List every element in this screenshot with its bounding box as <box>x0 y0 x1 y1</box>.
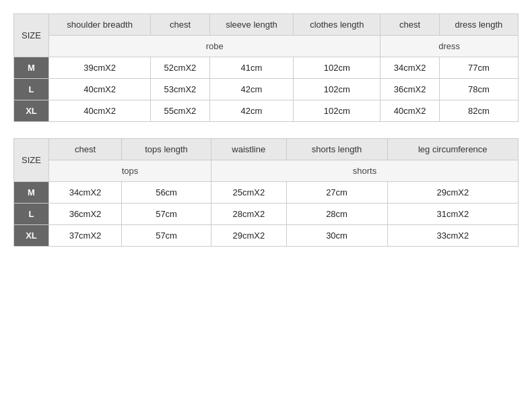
t1-m-sleeve-length: 41cm <box>209 57 293 79</box>
size2-m: M <box>14 182 49 204</box>
category-tops: tops <box>49 160 211 182</box>
t1-l-dress-length: 78cm <box>439 79 518 100</box>
size-header-2: SIZE <box>14 139 49 182</box>
t2-m-shorts-length: 27cm <box>286 182 387 204</box>
t2-m-leg-circumference: 29cmX2 <box>387 182 518 204</box>
table2-header-row: SIZE chest tops length waistline shorts … <box>14 139 519 160</box>
table-tops-shorts: SIZE chest tops length waistline shorts … <box>13 138 519 247</box>
t1-m-clothes-length: 102cm <box>294 57 380 79</box>
header-leg-circumference: leg circumference <box>387 139 518 160</box>
table1-row-m: M 39cmX2 52cmX2 41cm 102cm 34cmX2 77cm <box>14 57 519 79</box>
t1-xl-sleeve-length: 42cm <box>209 100 293 122</box>
t2-l-tops-length: 57cm <box>122 204 211 225</box>
header-dress-length: dress length <box>439 14 518 36</box>
header-tops-length: tops length <box>122 139 211 160</box>
t1-xl-dress-length: 82cm <box>439 100 518 122</box>
t2-xl-shorts-length: 30cm <box>286 225 387 247</box>
header-clothes-length: clothes length <box>294 14 380 36</box>
header-shoulder-breadth: shoulder breadth <box>49 14 151 36</box>
t1-xl-shoulder-breadth: 40cmX2 <box>49 100 151 122</box>
t1-xl-clothes-length: 102cm <box>294 100 380 122</box>
t1-l-sleeve-length: 42cm <box>209 79 293 100</box>
t1-xl-chest2: 40cmX2 <box>380 100 440 122</box>
category-dress: dress <box>380 36 519 57</box>
category-robe: robe <box>49 36 380 57</box>
category-shorts: shorts <box>211 160 519 182</box>
t2-m-waistline: 25cmX2 <box>211 182 286 204</box>
t2-l-chest: 36cmX2 <box>49 204 122 225</box>
t2-xl-leg-circumference: 33cmX2 <box>387 225 518 247</box>
t1-l-clothes-length: 102cm <box>294 79 380 100</box>
t2-l-shorts-length: 28cm <box>286 204 387 225</box>
header-chest1: chest <box>151 14 210 36</box>
tables-wrapper: SIZE shoulder breadth chest sleeve lengt… <box>13 13 519 247</box>
table2-category-row: tops shorts <box>14 160 519 182</box>
t2-m-chest: 34cmX2 <box>49 182 122 204</box>
t1-m-chest1: 52cmX2 <box>151 57 210 79</box>
table1-header-row: SIZE shoulder breadth chest sleeve lengt… <box>14 14 519 36</box>
size-l: L <box>14 79 49 100</box>
table1-row-l: L 40cmX2 53cmX2 42cm 102cm 36cmX2 78cm <box>14 79 519 100</box>
t2-l-waistline: 28cmX2 <box>211 204 286 225</box>
table2-row-m: M 34cmX2 56cm 25cmX2 27cm 29cmX2 <box>14 182 519 204</box>
t1-l-chest1: 53cmX2 <box>151 79 210 100</box>
table1-category-row: robe dress <box>14 36 519 57</box>
table-robe-dress: SIZE shoulder breadth chest sleeve lengt… <box>13 13 519 122</box>
size2-xl: XL <box>14 225 49 247</box>
size2-l: L <box>14 204 49 225</box>
size-m: M <box>14 57 49 79</box>
size-header: SIZE <box>14 14 49 57</box>
t2-xl-tops-length: 57cm <box>122 225 211 247</box>
header-waistline: waistline <box>211 139 286 160</box>
t2-xl-waistline: 29cmX2 <box>211 225 286 247</box>
size-xl: XL <box>14 100 49 122</box>
t2-xl-chest: 37cmX2 <box>49 225 122 247</box>
header-shorts-length: shorts length <box>286 139 387 160</box>
header-chest2: chest <box>380 14 440 36</box>
header-chest-2: chest <box>49 139 122 160</box>
table1-row-xl: XL 40cmX2 55cmX2 42cm 102cm 40cmX2 82cm <box>14 100 519 122</box>
t1-m-dress-length: 77cm <box>439 57 518 79</box>
table2-row-l: L 36cmX2 57cm 28cmX2 28cm 31cmX2 <box>14 204 519 225</box>
t1-xl-chest1: 55cmX2 <box>151 100 210 122</box>
t1-l-shoulder-breadth: 40cmX2 <box>49 79 151 100</box>
header-sleeve-length: sleeve length <box>209 14 293 36</box>
t1-m-chest2: 34cmX2 <box>380 57 440 79</box>
t2-m-tops-length: 56cm <box>122 182 211 204</box>
t1-m-shoulder-breadth: 39cmX2 <box>49 57 151 79</box>
table2-row-xl: XL 37cmX2 57cm 29cmX2 30cm 33cmX2 <box>14 225 519 247</box>
t1-l-chest2: 36cmX2 <box>380 79 440 100</box>
t2-l-leg-circumference: 31cmX2 <box>387 204 518 225</box>
